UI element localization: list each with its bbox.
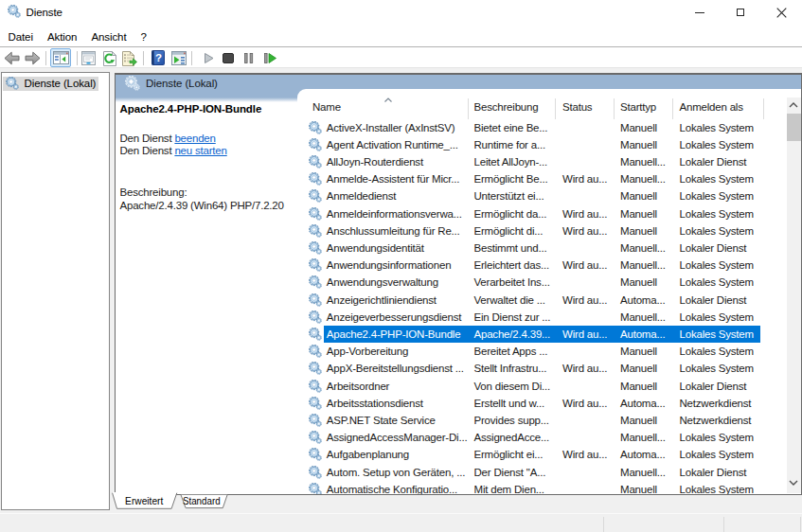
svg-text:?: ? bbox=[155, 52, 162, 63]
svg-text:Erweitert: Erweitert bbox=[125, 495, 164, 506]
svg-text:Standard: Standard bbox=[183, 495, 221, 506]
